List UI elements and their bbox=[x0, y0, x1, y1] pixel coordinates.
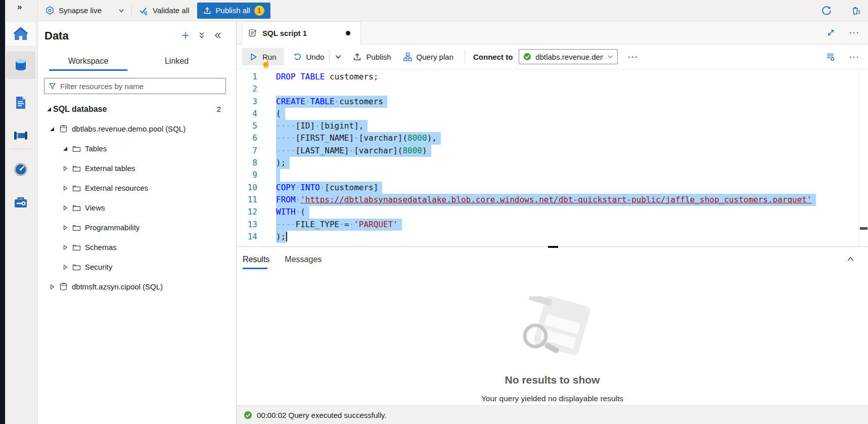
tree-item-schemas[interactable]: Schemas bbox=[38, 237, 236, 257]
code-token: ( bbox=[300, 207, 305, 217]
pool-select-dropdown[interactable]: dbtlabs.revenue.demo.pool bbox=[519, 49, 618, 64]
line-number: 7 bbox=[237, 145, 276, 157]
publish-all-button[interactable]: Publish all 1 bbox=[197, 3, 270, 19]
collapse-results-icon[interactable] bbox=[846, 255, 855, 266]
code-line[interactable]: 2 bbox=[237, 83, 868, 95]
tree-item-views[interactable]: Views bbox=[38, 198, 236, 218]
tab-results[interactable]: Results bbox=[243, 247, 269, 272]
code-line[interactable]: 14); bbox=[237, 231, 868, 243]
code-line[interactable]: 4( bbox=[237, 108, 868, 120]
folder-icon bbox=[72, 243, 81, 251]
undo-icon bbox=[293, 53, 302, 61]
chevron-collapsed-icon[interactable] bbox=[61, 166, 69, 171]
code-token: [customers] bbox=[325, 183, 378, 192]
chevron-collapsed-icon[interactable] bbox=[61, 205, 69, 210]
code-line[interactable]: 6····[FIRST_NAME]·[varchar](8000), bbox=[237, 132, 868, 144]
query-plan-button[interactable]: Query plan bbox=[403, 53, 453, 61]
sidebar-item-develop[interactable] bbox=[6, 91, 35, 114]
tree-item-external-resources[interactable]: External resources bbox=[38, 178, 236, 198]
chevron-down-icon[interactable] bbox=[118, 8, 124, 14]
publish-count-badge: 1 bbox=[254, 6, 264, 16]
sql-code-editor[interactable]: 1DROP TABLE customers;23CREATE·TABLE·cus… bbox=[237, 69, 868, 246]
environment-label: Synapse live bbox=[59, 6, 102, 15]
code-line[interactable]: 9 bbox=[237, 169, 868, 181]
code-line[interactable]: 12WITH·( bbox=[237, 206, 868, 218]
tree-item-security[interactable]: Security bbox=[38, 257, 236, 277]
publish-button[interactable]: Publish bbox=[353, 53, 391, 61]
filter-resources-input[interactable] bbox=[60, 82, 221, 91]
chevron-expanded-icon[interactable] bbox=[61, 146, 69, 151]
folder-icon bbox=[72, 223, 81, 232]
query-plan-label: Query plan bbox=[417, 53, 453, 61]
properties-icon[interactable] bbox=[826, 52, 835, 62]
add-resource-icon[interactable] bbox=[181, 31, 190, 39]
empty-results-state: No results to show Your query yielded no… bbox=[237, 296, 868, 403]
chevron-expanded-icon[interactable] bbox=[48, 126, 56, 132]
text-caret bbox=[286, 232, 287, 241]
sidebar-item-data[interactable] bbox=[6, 52, 35, 79]
code-token: ); bbox=[276, 232, 286, 241]
expand-editor-icon[interactable] bbox=[827, 28, 835, 37]
code-line[interactable]: 1DROP TABLE customers; bbox=[237, 71, 868, 83]
sql-script-icon bbox=[248, 28, 257, 37]
code-token: 8000 bbox=[402, 146, 422, 155]
run-play-icon bbox=[249, 53, 258, 61]
chevron-collapsed-icon[interactable] bbox=[61, 245, 69, 250]
tab-more-options-icon[interactable]: ··· bbox=[849, 28, 860, 37]
top-command-bar: Synapse live Validate all Publish all 1 bbox=[38, 0, 868, 21]
sidebar-item-integrate[interactable] bbox=[6, 123, 35, 147]
code-token: · bbox=[349, 220, 354, 229]
tree-item-sql-database[interactable]: SQL database2 bbox=[38, 99, 236, 119]
code-line[interactable]: 13····FILE_TYPE·=·'PARQUET' bbox=[237, 219, 868, 231]
results-splitter-handle[interactable] bbox=[548, 246, 558, 248]
code-line[interactable]: 3CREATE·TABLE·customers bbox=[237, 96, 868, 108]
code-line[interactable]: 11FROM·'https://dbtlabsynapsedatalake.bl… bbox=[237, 194, 868, 206]
code-token: = bbox=[344, 220, 349, 229]
tree-item-dbtmsft-azsyn-cipool-sql[interactable]: dbtmsft.azsyn.cipool (SQL) bbox=[38, 277, 236, 296]
sidebar-item-home[interactable] bbox=[6, 22, 35, 46]
sql-pool-icon bbox=[59, 282, 68, 291]
code-token: customers; bbox=[330, 72, 378, 81]
code-token: ( bbox=[276, 109, 281, 118]
refresh-icon[interactable] bbox=[821, 6, 832, 16]
code-line[interactable]: 10COPY·INTO·[customers] bbox=[237, 182, 868, 194]
chevron-collapsed-icon[interactable] bbox=[61, 225, 69, 230]
sidebar-item-manage[interactable] bbox=[6, 190, 35, 214]
line-number: 5 bbox=[237, 120, 276, 132]
tree-item-dbtlabs-revenue-demo-pool-sql[interactable]: dbtlabs.revenue.demo.pool (SQL) bbox=[38, 119, 236, 139]
environment-switcher[interactable]: Synapse live bbox=[45, 6, 124, 15]
code-line[interactable]: 7····[LAST_NAME]·[varchar](8000) bbox=[237, 145, 868, 157]
toolbar-more-options-icon[interactable]: ··· bbox=[628, 53, 638, 61]
chevron-collapsed-icon[interactable] bbox=[61, 265, 69, 270]
connect-to-label: Connect to bbox=[473, 53, 513, 61]
trash-icon[interactable] bbox=[851, 6, 861, 16]
tab-linked[interactable]: Linked bbox=[132, 53, 221, 71]
query-status-bar: 00:00:02 Query executed successfully. bbox=[237, 405, 868, 424]
line-number: 1 bbox=[237, 71, 276, 83]
collapse-panel-icon[interactable] bbox=[214, 31, 222, 39]
tree-item-tables[interactable]: Tables bbox=[38, 139, 236, 158]
line-number: 6 bbox=[237, 132, 276, 144]
tree-item-programmability[interactable]: Programmability bbox=[38, 218, 236, 237]
tree-item-external-tables[interactable]: External tables bbox=[38, 158, 236, 178]
sidebar-item-monitor[interactable] bbox=[6, 158, 35, 181]
code-line[interactable]: 5····[ID]·[bigint], bbox=[237, 120, 868, 132]
code-token: [bigint], bbox=[320, 121, 364, 131]
run-options-chevron-icon[interactable] bbox=[335, 53, 342, 60]
code-token: [ID] bbox=[296, 121, 315, 131]
chevron-collapsed-icon[interactable] bbox=[61, 186, 69, 191]
chevron-down-icon bbox=[607, 54, 613, 60]
validate-all-button[interactable]: Validate all bbox=[139, 6, 189, 15]
collapse-all-icon[interactable] bbox=[198, 31, 206, 39]
expand-rail-button[interactable]: » bbox=[17, 2, 22, 12]
tab-sql-script-1[interactable]: SQL script 1 bbox=[242, 21, 361, 45]
code-line[interactable]: 8); bbox=[237, 157, 868, 169]
chevron-expanded-icon[interactable] bbox=[45, 107, 53, 112]
editor-more-options-icon[interactable]: ··· bbox=[849, 53, 860, 61]
tab-messages[interactable]: Messages bbox=[285, 247, 322, 272]
tab-workspace[interactable]: Workspace bbox=[44, 53, 132, 71]
code-token: · bbox=[354, 133, 359, 143]
pipeline-icon bbox=[13, 128, 28, 143]
chevron-collapsed-icon[interactable] bbox=[48, 284, 56, 289]
undo-button[interactable]: Undo bbox=[293, 53, 325, 61]
